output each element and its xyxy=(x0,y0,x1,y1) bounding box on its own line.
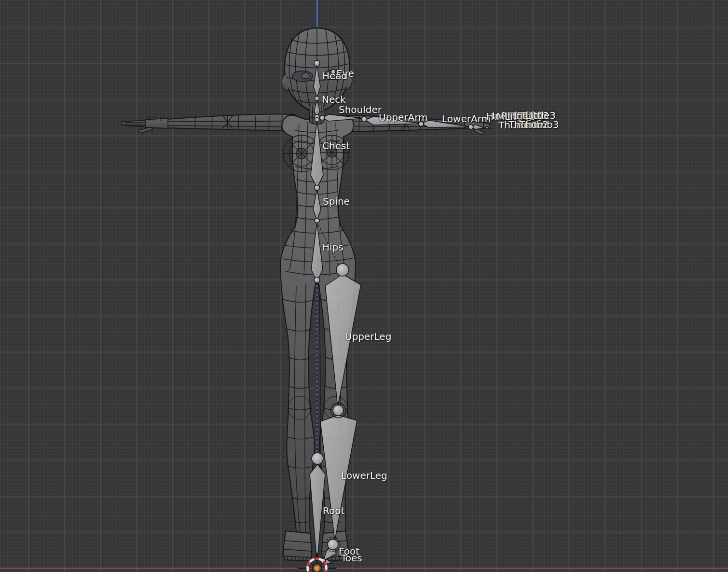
character-mesh[interactable] xyxy=(122,28,490,561)
3d-viewport[interactable]: EyeHeadNeckShoulderUpperArmLowerArmHandI… xyxy=(0,0,728,572)
cursor-center-dot xyxy=(314,565,319,571)
mesh-left-arm xyxy=(122,114,295,133)
scene-canvas xyxy=(0,0,728,572)
